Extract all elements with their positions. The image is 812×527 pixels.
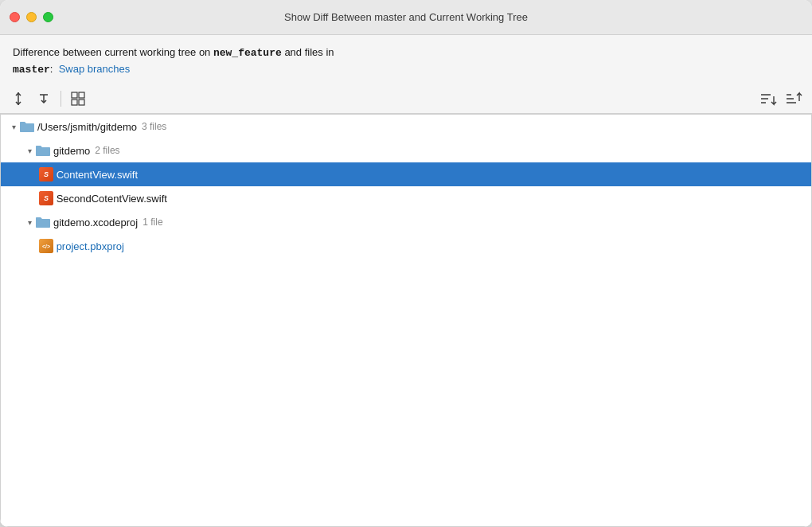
info-bar: Difference between current working tree … [0,35,812,84]
gitdemo-folder-name: gitdemo [53,145,90,157]
collapse-button[interactable] [32,88,56,109]
svg-rect-7 [79,100,84,105]
expand-all-icon [11,92,25,106]
folder-icon [36,145,50,156]
chevron-icon: ▾ [23,144,36,157]
colon: : [50,63,53,75]
window-title: Show Diff Between master and Current Wor… [284,11,528,23]
collapse-icon [37,92,51,106]
pbxproj-file-name: project.pbxproj [57,240,124,252]
info-line2: and files in [282,46,334,58]
swift-file-icon: S [39,167,53,182]
minimize-button[interactable] [26,12,37,22]
sort-desc-button[interactable] [782,88,806,109]
folder-icon [36,217,50,228]
folder-icon [20,121,34,132]
main-window: Show Diff Between master and Current Wor… [0,0,812,527]
svg-rect-6 [72,100,77,105]
tree-row[interactable]: S SecondCotentView.swift [1,186,811,210]
sort-asc-icon [759,92,777,106]
tree-row[interactable]: ▾ /Users/jsmith/gitdemo 3 files [1,115,811,139]
chevron-icon: ▾ [23,216,36,228]
toolbar-right [756,88,806,109]
xcodeproj-folder-name: gitdemo.xcodeproj [53,217,138,228]
expand-all-button[interactable] [6,88,30,109]
sort-desc-icon [785,92,802,106]
file-tree[interactable]: ▾ /Users/jsmith/gitdemo 3 files ▾ gitdem… [0,114,812,527]
root-folder-name: /Users/jsmith/gitdemo [37,121,137,133]
diff-view-icon [71,92,85,106]
branch-name: new_feature [213,47,282,59]
second-content-view-file-name: SecondCotentView.swift [57,193,167,205]
sort-asc-button[interactable] [756,88,780,109]
tree-row[interactable]: </> project.pbxproj [1,234,811,258]
svg-rect-5 [79,92,84,98]
traffic-lights [10,12,53,22]
tree-row[interactable]: ▾ gitdemo 2 files [1,139,811,162]
swap-branches-link[interactable]: Swap branches [59,63,131,75]
xcodeproj-file-count: 1 file [142,217,162,228]
info-line1: Difference between current working tree … [13,46,213,58]
root-file-count: 3 files [142,121,166,132]
master-branch: master [13,64,50,76]
toolbar-divider [61,91,61,107]
gitdemo-file-count: 2 files [95,145,119,156]
svg-rect-4 [72,92,77,98]
diff-view-button[interactable] [66,88,90,109]
titlebar: Show Diff Between master and Current Wor… [0,0,812,35]
maximize-button[interactable] [43,12,53,22]
toolbar [0,84,812,114]
swift-file-icon: S [39,191,53,205]
chevron-icon: ▾ [7,120,20,133]
info-text: Difference between current working tree … [13,45,799,77]
close-button[interactable] [10,12,20,22]
tree-row[interactable]: S ContentView.swift [1,162,811,186]
content-view-file-name: ContentView.swift [57,169,138,181]
pbxproj-file-icon: </> [39,239,53,253]
tree-row[interactable]: ▾ gitdemo.xcodeproj 1 file [1,210,811,234]
